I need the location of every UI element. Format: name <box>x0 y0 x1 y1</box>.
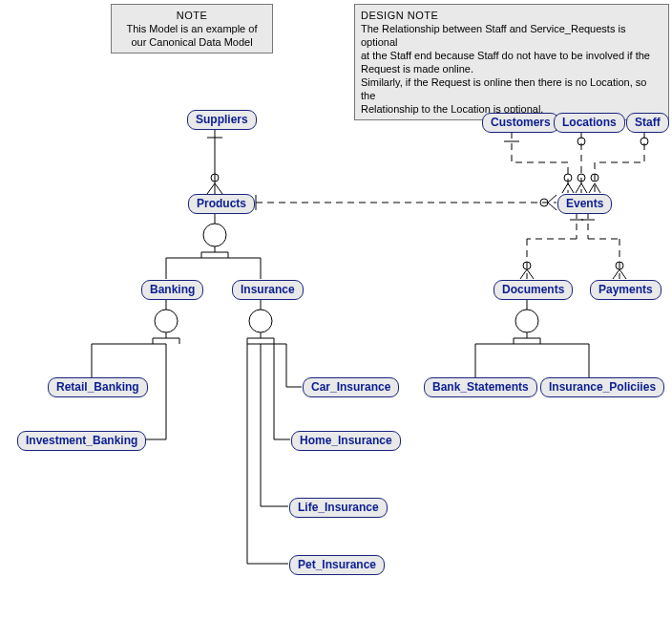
entity-bank-statements: Bank_Statements <box>424 377 537 397</box>
entity-banking: Banking <box>141 280 203 300</box>
entity-staff: Staff <box>626 113 669 133</box>
entity-retail-banking: Retail_Banking <box>48 377 148 397</box>
svg-point-10 <box>578 174 585 182</box>
entity-insurance-policies: Insurance_Policiies <box>540 377 664 397</box>
svg-point-58 <box>515 310 538 332</box>
entity-home-insurance: Home_Insurance <box>291 431 401 451</box>
entity-pet-insurance: Pet_Insurance <box>289 555 385 575</box>
entity-events: Events <box>557 194 612 214</box>
svg-point-22 <box>616 262 623 269</box>
note-right-title: DESIGN NOTE <box>361 9 662 22</box>
entity-car-insurance: Car_Insurance <box>303 377 399 397</box>
svg-point-9 <box>578 138 585 145</box>
note-right-line3: Request is made online. <box>361 62 662 75</box>
note-right-line2: at the Staff end because Staff do not ha… <box>361 49 662 62</box>
note-left-title: NOTE <box>117 9 266 22</box>
svg-point-7 <box>564 174 572 182</box>
note-box-left: NOTE This Model is an example of our Can… <box>111 4 273 53</box>
entity-customers: Customers <box>482 113 559 133</box>
svg-point-21 <box>523 262 531 269</box>
svg-point-24 <box>203 224 226 246</box>
note-right-line1: The Relationship between Staff and Servi… <box>361 22 662 49</box>
entity-investment-banking: Investment_Banking <box>17 431 146 451</box>
svg-point-2 <box>211 174 219 182</box>
svg-point-11 <box>640 138 648 145</box>
note-box-right: DESIGN NOTE The Relationship between Sta… <box>354 4 669 120</box>
entity-locations: Locations <box>554 113 625 133</box>
svg-point-43 <box>249 310 272 332</box>
entity-insurance: Insurance <box>232 280 304 300</box>
svg-point-5 <box>540 199 548 206</box>
note-left-line1: This Model is an example of <box>117 22 266 35</box>
svg-point-33 <box>155 310 178 332</box>
note-left-line2: our Canonical Data Model <box>117 35 266 49</box>
entity-life-insurance: Life_Insurance <box>289 498 388 518</box>
svg-point-12 <box>591 174 598 182</box>
entity-products: Products <box>188 194 255 214</box>
note-right-line4: Similarly, if the Request is online then… <box>361 75 662 102</box>
entity-documents: Documents <box>494 280 573 300</box>
entity-suppliers: Suppliers <box>187 110 257 130</box>
entity-payments: Payments <box>590 280 662 300</box>
